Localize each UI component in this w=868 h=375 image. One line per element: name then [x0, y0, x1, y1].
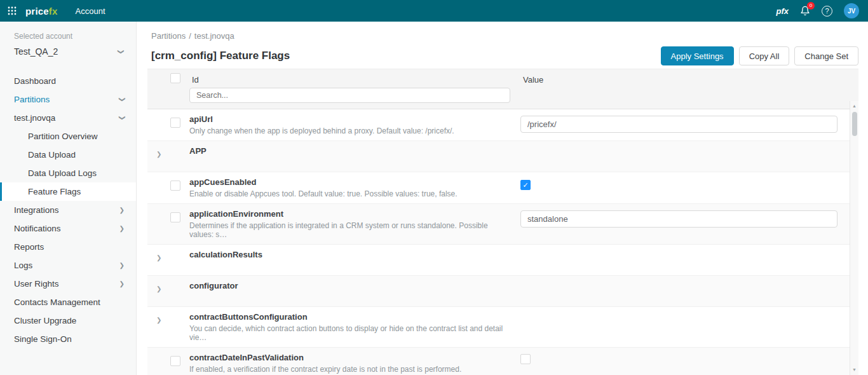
row-value-cell	[515, 348, 858, 375]
value-input[interactable]	[520, 210, 837, 228]
chevron-right-icon: ❯	[119, 280, 125, 287]
expand-chevron-icon[interactable]: ❯	[156, 254, 161, 261]
column-header-value: Value	[515, 75, 858, 85]
feature-flags-table: Id Value apiUrlOnly change when the app …	[147, 69, 858, 375]
row-checkbox[interactable]	[170, 356, 180, 366]
value-checkbox[interactable]	[520, 354, 531, 364]
scrollbar-down-arrow[interactable]: ▼	[850, 365, 858, 374]
pricefx-logo[interactable]: pricefx	[25, 6, 58, 17]
sidebar-item-dashboard[interactable]: Dashboard	[0, 72, 136, 90]
table-row-APP: ❯APP	[147, 141, 858, 172]
page-title: [crm_config] Feature Flags	[151, 50, 290, 62]
row-select-cell: ❯	[147, 307, 189, 347]
chevron-down-icon: ❯	[117, 49, 124, 54]
flag-id: calculationResults	[189, 250, 508, 259]
help-icon[interactable]: ?	[822, 6, 832, 17]
sidebar-item-data-upload-logs[interactable]: Data Upload Logs	[0, 164, 136, 182]
change-set-button[interactable]: Change Set	[794, 46, 858, 65]
main-content: Partitions/test.jnovqa [crm_config] Feat…	[137, 22, 868, 375]
account-selector-block: Selected account Test_QA_2 ❯	[0, 22, 136, 60]
sidebar-item-test-jnovqa[interactable]: test.jnovqa❯	[0, 109, 136, 127]
scrollbar-thumb[interactable]	[852, 112, 857, 136]
row-id-cell: apiUrlOnly change when the app is deploy…	[189, 109, 515, 140]
sidebar-item-reports[interactable]: Reports	[0, 238, 136, 256]
app-grid-icon[interactable]	[8, 6, 17, 15]
copy-all-button[interactable]: Copy All	[739, 46, 790, 65]
scrollbar-up-arrow[interactable]: ▲	[850, 101, 858, 110]
table-row-appCuesEnabled: appCuesEnabledEnable or disable Appcues …	[147, 172, 858, 204]
chevron-down-icon: ❯	[118, 97, 125, 102]
flag-id: contractButtonsConfiguration	[189, 312, 508, 322]
sidebar-item-notifications[interactable]: Notifications❯	[0, 219, 136, 238]
sidebar-item-partitions[interactable]: Partitions❯	[0, 90, 136, 109]
sidebar-item-label: Data Upload	[28, 150, 125, 160]
sidebar-item-label: Logs	[14, 261, 119, 270]
row-select-cell	[147, 172, 189, 203]
row-id-cell: configurator	[189, 276, 515, 306]
sidebar-item-feature-flags[interactable]: Feature Flags	[0, 182, 136, 201]
row-value-cell	[515, 109, 858, 140]
sidebar: Selected account Test_QA_2 ❯ DashboardPa…	[0, 22, 137, 375]
sidebar-item-user-rights[interactable]: User Rights❯	[0, 275, 136, 293]
expand-chevron-icon[interactable]: ❯	[156, 151, 161, 158]
flag-id: APP	[189, 146, 508, 156]
flag-id: contractDateInPastValidation	[189, 353, 508, 362]
row-select-cell	[147, 348, 189, 375]
sidebar-item-integrations[interactable]: Integrations❯	[0, 201, 136, 219]
selected-account-label: Selected account	[14, 32, 123, 41]
sidebar-item-label: test.jnovqa	[14, 113, 119, 123]
chevron-right-icon: ❯	[119, 225, 125, 232]
row-id-cell: applicationEnvironmentDetermines if the …	[189, 204, 515, 244]
row-checkbox[interactable]	[170, 212, 180, 222]
expand-chevron-icon[interactable]: ❯	[156, 285, 161, 292]
table-row-calculationResults: ❯calculationResults	[147, 245, 858, 276]
row-select-cell: ❯	[147, 141, 189, 172]
row-select-cell	[147, 109, 189, 140]
row-checkbox[interactable]	[170, 118, 180, 128]
value-input[interactable]	[520, 116, 837, 133]
table-scrollbar[interactable]: ▲ ▼	[850, 101, 858, 375]
sidebar-item-cluster-upgrade[interactable]: Cluster Upgrade	[0, 311, 136, 330]
sidebar-item-label: Reports	[14, 242, 125, 252]
sidebar-item-label: User Rights	[14, 279, 119, 289]
sidebar-item-partition-overview[interactable]: Partition Overview	[0, 127, 136, 146]
flag-id: configurator	[189, 281, 508, 290]
row-id-cell: APP	[189, 141, 515, 172]
row-id-cell: contractDateInPastValidationIf enabled, …	[189, 348, 515, 375]
notifications-bell-icon[interactable]: 0	[800, 6, 810, 16]
flag-description: You can decide, which contract action bu…	[189, 324, 508, 342]
apply-settings-button[interactable]: Apply Settings	[661, 46, 734, 65]
logo-price-text: price	[25, 6, 49, 17]
breadcrumb-partitions[interactable]: Partitions	[151, 31, 186, 41]
table-header: Id Value	[147, 69, 858, 109]
search-input[interactable]	[189, 88, 510, 103]
sidebar-item-label: Notifications	[14, 224, 119, 233]
flag-description: Enable or disable Appcues tool. Default …	[189, 189, 508, 198]
value-checkbox[interactable]: ✓	[520, 180, 531, 190]
row-select-cell	[147, 204, 189, 244]
account-select[interactable]: Test_QA_2 ❯	[14, 46, 123, 57]
flag-description: Determines if the application is integra…	[189, 221, 508, 239]
table-row-contractDateInPastValidation: contractDateInPastValidationIf enabled, …	[147, 348, 858, 375]
select-all-checkbox[interactable]	[170, 73, 180, 83]
row-value-cell	[515, 276, 858, 306]
flag-description: If enabled, a verification if the contra…	[189, 365, 508, 374]
sidebar-item-label: Dashboard	[14, 76, 125, 86]
table-row-configurator: ❯configurator	[147, 276, 858, 307]
row-value-cell: ✓	[515, 172, 858, 203]
account-name: Test_QA_2	[14, 46, 58, 57]
sidebar-item-data-upload[interactable]: Data Upload	[0, 146, 136, 164]
sidebar-item-label: Feature Flags	[28, 187, 125, 196]
expand-chevron-icon[interactable]: ❯	[156, 317, 161, 324]
sidebar-item-contacts-management[interactable]: Contacts Management	[0, 293, 136, 311]
table-row-apiUrl: apiUrlOnly change when the app is deploy…	[147, 109, 858, 141]
user-avatar[interactable]: JV	[844, 3, 859, 18]
chevron-right-icon: ❯	[119, 262, 125, 269]
flag-description: Only change when the app is deployed beh…	[189, 126, 508, 135]
sidebar-item-logs[interactable]: Logs❯	[0, 256, 136, 275]
sidebar-item-single-sign-on[interactable]: Single Sign-On	[0, 330, 136, 348]
row-checkbox[interactable]	[170, 181, 180, 191]
sidebar-item-label: Single Sign-On	[14, 334, 125, 344]
pfx-icon[interactable]: pfx	[776, 6, 789, 16]
topbar-account-link[interactable]: Account	[76, 6, 105, 16]
